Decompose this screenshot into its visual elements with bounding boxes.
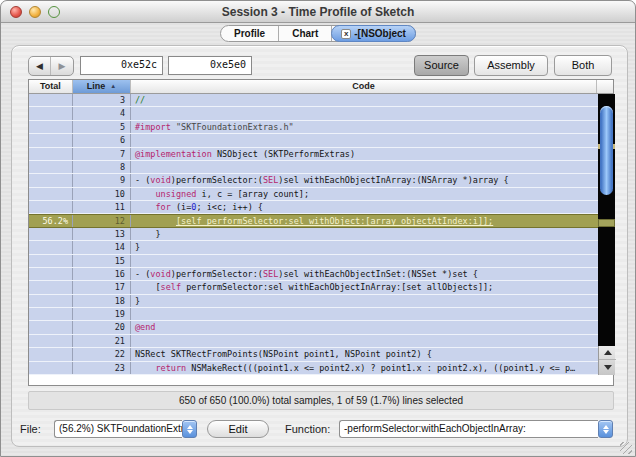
total-cell [29,335,73,347]
table-row[interactable]: 17 [self performSelector:sel withEachObj… [29,281,598,294]
scroll-up-button[interactable] [599,346,616,360]
line-number-cell: 14 [73,241,131,253]
file-popup[interactable]: (56.2%) SKTFoundationExtras [54,420,197,438]
vertical-scrollbar[interactable] [598,94,613,375]
resize-grip[interactable] [620,442,632,454]
total-cell: 56.2% [29,215,73,226]
line-number-cell: 9 [73,174,131,186]
code-cell: } [131,241,598,253]
table-row[interactable]: 23 return NSMakeRect(((point1.x <= point… [29,362,598,375]
close-window-button[interactable] [10,6,22,18]
code-cell [131,134,598,146]
table-row[interactable]: 18} [29,295,598,308]
code-table: Total Line ▲ Code 3//45#import "SKTFound… [28,79,614,386]
table-row[interactable]: 8 [29,161,598,174]
table-row[interactable]: 21 [29,335,598,348]
code-cell: [self performSelector:sel withEachObject… [131,281,598,293]
scroll-down-button[interactable] [599,360,616,374]
table-row[interactable]: 5#import "SKTFoundationExtras.h" [29,121,598,134]
code-table-rows: 3//45#import "SKTFoundationExtras.h"67@i… [29,94,598,375]
hotspot-marker [598,219,615,227]
column-header-code[interactable]: Code [131,80,597,93]
table-row[interactable]: 19 [29,308,598,321]
edit-button[interactable]: Edit [207,420,269,438]
window-title: Session 3 - Time Profile of Sketch [1,1,635,23]
table-row[interactable]: 56.2%12 [self performSelector:sel withOb… [29,214,598,227]
code-cell [131,255,598,267]
total-cell [29,362,73,374]
close-tab-icon[interactable]: x [341,29,351,39]
total-cell [29,188,73,200]
total-cell [29,321,73,333]
total-cell [29,241,73,253]
code-cell: #import "SKTFoundationExtras.h" [131,121,598,133]
total-cell [29,107,73,119]
line-number-cell: 20 [73,321,131,333]
forward-arrow-icon: ▶ [59,61,66,71]
file-popup-arrows-icon[interactable] [182,420,197,438]
table-row[interactable]: 7@implementation NSObject (SKTPerformExt… [29,148,598,161]
line-number-cell: 21 [73,335,131,347]
table-row[interactable]: 3// [29,94,598,107]
table-row[interactable]: 6 [29,134,598,147]
line-number-cell: 12 [73,215,131,226]
code-cell: [self performSelector:sel withObject:[ar… [131,215,598,226]
both-view-button[interactable]: Both [554,55,612,76]
code-cell: - (void)performSelector:(SEL)sel withEac… [131,268,598,280]
table-row[interactable]: 13 } [29,228,598,241]
line-number-cell: 5 [73,121,131,133]
table-row[interactable]: 10 unsigned i, c = [array count]; [29,188,598,201]
tab-chart[interactable]: Chart [279,26,332,41]
total-cell [29,134,73,146]
column-header-line[interactable]: Line ▲ [73,80,131,93]
source-view-button[interactable]: Source [414,55,469,76]
tab-bar: Profile Chart x -[NSObject [1,25,635,42]
total-cell [29,201,73,213]
function-popup-value: -performSelector:withEachObjectInArray: [339,420,598,438]
address-field-start[interactable]: 0xe52c [80,56,163,75]
table-row[interactable]: 11 for (i=0; i<c; i++) { [29,201,598,214]
minimize-window-button[interactable] [29,6,41,18]
scroll-down-icon [604,365,612,370]
tab-nsobject[interactable]: x -[NSObject [331,25,416,42]
tab-profile[interactable]: Profile [221,26,279,41]
table-row[interactable]: 4 [29,107,598,120]
table-row[interactable]: 9- (void)performSelector:(SEL)sel withEa… [29,174,598,187]
line-number-cell: 22 [73,348,131,360]
function-popup-arrows-icon[interactable] [598,420,613,438]
total-cell [29,348,73,360]
column-header-total[interactable]: Total [29,80,73,93]
assembly-view-button[interactable]: Assembly [474,55,548,76]
total-cell [29,228,73,240]
function-popup[interactable]: -performSelector:withEachObjectInArray: [339,420,613,438]
table-row[interactable]: 22NSRect SKTRectFromPoints(NSPoint point… [29,348,598,361]
function-label: Function: [285,423,330,435]
code-cell: - (void)performSelector:(SEL)sel withEac… [131,174,598,186]
address-field-end[interactable]: 0xe5e0 [168,56,252,75]
scrollbar-thumb[interactable] [600,106,613,195]
table-row[interactable]: 14} [29,241,598,254]
table-body: 3//45#import "SKTFoundationExtras.h"67@i… [29,94,613,375]
forward-button[interactable]: ▶ [51,57,73,75]
line-number-cell: 17 [73,281,131,293]
line-number-cell: 19 [73,308,131,320]
code-cell: return NSMakeRect(((point1.x <= point2.x… [131,362,598,374]
total-cell [29,174,73,186]
scrollbar-hotspot-track[interactable] [598,94,615,346]
total-cell [29,255,73,267]
table-row[interactable]: 20@end [29,321,598,334]
code-cell [131,161,598,173]
table-bottom-strip [29,375,613,385]
content-panel: ◀ ▶ 0xe52c 0xe5e0 Source Assembly Both T… [11,45,628,447]
zoom-window-button[interactable] [48,6,60,18]
line-number-cell: 13 [73,228,131,240]
tab-nsobject-label: -[NSObject [354,26,406,41]
total-cell [29,281,73,293]
code-cell [131,308,598,320]
title-bar[interactable]: Session 3 - Time Profile of Sketch [1,1,635,23]
history-nav-control: ◀ ▶ [28,56,74,76]
code-cell: @end [131,321,598,333]
table-row[interactable]: 15 [29,255,598,268]
back-button[interactable]: ◀ [29,57,51,75]
table-row[interactable]: 16- (void)performSelector:(SEL)sel withE… [29,268,598,281]
